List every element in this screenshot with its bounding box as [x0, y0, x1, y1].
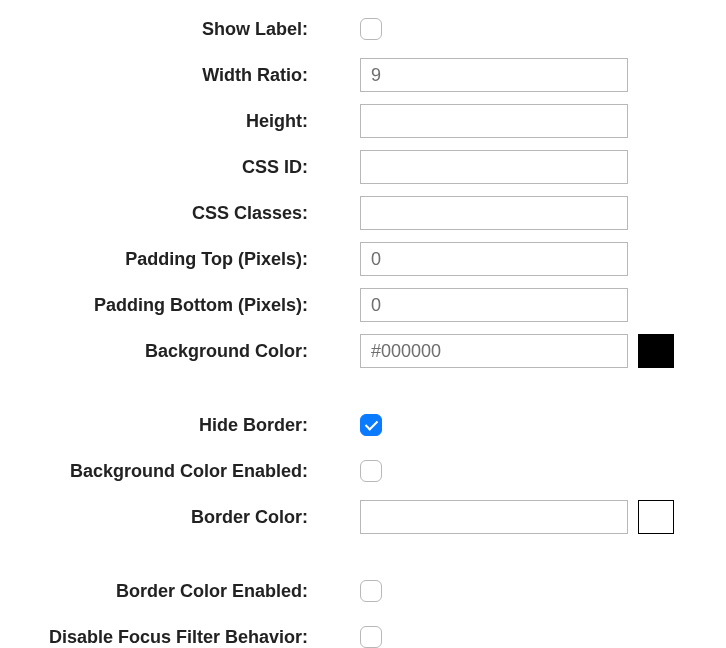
- label-border-color: Border Color:: [20, 507, 360, 528]
- input-padding-top[interactable]: [360, 242, 628, 276]
- label-width-ratio: Width Ratio:: [20, 65, 360, 86]
- control-css-id: [360, 150, 628, 184]
- row-height: Height:: [20, 104, 706, 138]
- row-show-label: Show Label:: [20, 12, 706, 46]
- label-border-color-enabled: Border Color Enabled:: [20, 581, 360, 602]
- control-height: [360, 104, 628, 138]
- label-disable-focus-filter: Disable Focus Filter Behavior:: [20, 627, 360, 648]
- control-hide-border: [360, 414, 382, 436]
- label-background-color-enabled: Background Color Enabled:: [20, 461, 360, 482]
- row-background-color: Background Color:: [20, 334, 706, 368]
- swatch-border-color[interactable]: [638, 500, 674, 534]
- row-css-classes: CSS Classes:: [20, 196, 706, 230]
- control-show-label: [360, 18, 382, 40]
- input-padding-bottom[interactable]: [360, 288, 628, 322]
- control-width-ratio: [360, 58, 628, 92]
- row-background-color-enabled: Background Color Enabled:: [20, 454, 706, 488]
- row-width-ratio: Width Ratio:: [20, 58, 706, 92]
- checkbox-hide-border[interactable]: [360, 414, 382, 436]
- row-padding-top: Padding Top (Pixels):: [20, 242, 706, 276]
- row-disable-focus-filter: Disable Focus Filter Behavior:: [20, 620, 706, 648]
- label-height: Height:: [20, 111, 360, 132]
- label-padding-top: Padding Top (Pixels):: [20, 249, 360, 270]
- label-show-label: Show Label:: [20, 19, 360, 40]
- control-background-color-enabled: [360, 460, 382, 482]
- input-width-ratio[interactable]: [360, 58, 628, 92]
- checkbox-background-color-enabled[interactable]: [360, 460, 382, 482]
- input-css-classes[interactable]: [360, 196, 628, 230]
- label-css-id: CSS ID:: [20, 157, 360, 178]
- checkbox-show-label[interactable]: [360, 18, 382, 40]
- label-background-color: Background Color:: [20, 341, 360, 362]
- checkbox-border-color-enabled[interactable]: [360, 580, 382, 602]
- control-background-color: [360, 334, 674, 368]
- row-hide-border: Hide Border:: [20, 408, 706, 442]
- control-padding-bottom: [360, 288, 628, 322]
- checkbox-disable-focus-filter[interactable]: [360, 626, 382, 648]
- input-height[interactable]: [360, 104, 628, 138]
- row-border-color-enabled: Border Color Enabled:: [20, 574, 706, 608]
- input-css-id[interactable]: [360, 150, 628, 184]
- control-padding-top: [360, 242, 628, 276]
- control-css-classes: [360, 196, 628, 230]
- row-css-id: CSS ID:: [20, 150, 706, 184]
- label-hide-border: Hide Border:: [20, 415, 360, 436]
- control-border-color: [360, 500, 674, 534]
- row-border-color: Border Color:: [20, 500, 706, 534]
- control-disable-focus-filter: [360, 626, 382, 648]
- input-background-color[interactable]: [360, 334, 628, 368]
- control-border-color-enabled: [360, 580, 382, 602]
- label-css-classes: CSS Classes:: [20, 203, 360, 224]
- input-border-color[interactable]: [360, 500, 628, 534]
- label-padding-bottom: Padding Bottom (Pixels):: [20, 295, 360, 316]
- swatch-background-color[interactable]: [638, 334, 674, 368]
- row-padding-bottom: Padding Bottom (Pixels):: [20, 288, 706, 322]
